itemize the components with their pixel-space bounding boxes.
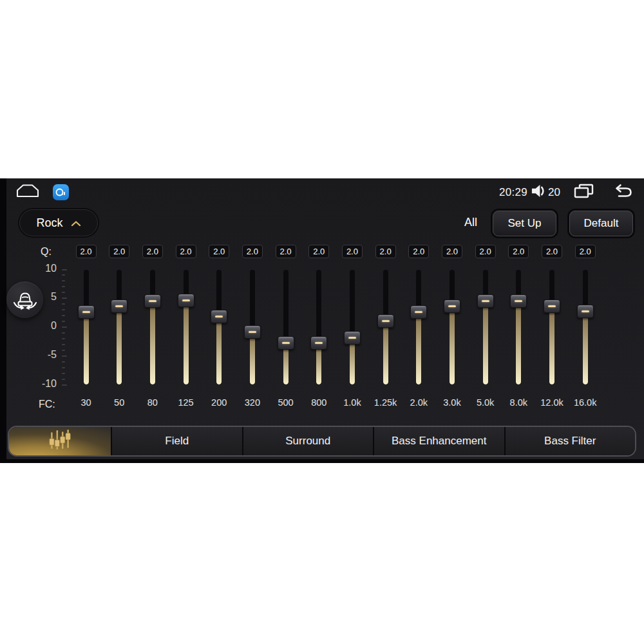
axis-tick [62, 384, 67, 386]
band-slider[interactable] [302, 265, 336, 393]
axis-label: 10 [28, 263, 57, 274]
band-slider[interactable] [169, 265, 203, 393]
recent-apps-icon[interactable] [573, 183, 594, 202]
band-slider[interactable] [369, 265, 402, 393]
preset-selector[interactable]: Rock [19, 209, 98, 236]
equalizer-sliders-icon [47, 429, 73, 454]
slider-handle[interactable] [310, 336, 327, 350]
slider-track[interactable] [283, 270, 289, 384]
slider-handle[interactable] [510, 294, 527, 308]
axis-tick [62, 379, 65, 380]
volume-level: 20 [548, 186, 560, 199]
status-bar-left [15, 183, 69, 202]
slider-handle[interactable] [144, 294, 161, 308]
q-value-box[interactable]: 2.0 [575, 245, 596, 258]
slider-track[interactable] [583, 270, 588, 384]
ai-assistant-app-icon[interactable] [53, 184, 69, 200]
axis-tick [62, 361, 65, 363]
slider-track[interactable] [516, 270, 521, 384]
q-value-box[interactable]: 2.0 [342, 245, 363, 258]
slider-handle[interactable] [577, 305, 594, 318]
slider-handle[interactable] [211, 310, 227, 323]
q-value-box[interactable]: 2.0 [242, 245, 263, 258]
slider-track-fill [583, 312, 588, 384]
band-slider[interactable] [102, 265, 136, 393]
band-slider[interactable] [202, 265, 236, 393]
slider-track[interactable] [549, 270, 554, 384]
band-slider[interactable] [136, 265, 169, 393]
slider-track[interactable] [184, 270, 189, 384]
tab-equalizer[interactable] [9, 427, 111, 455]
q-value-box[interactable]: 2.0 [408, 245, 429, 258]
tab-bass-filter[interactable]: Bass Filter [506, 427, 636, 455]
axis-tick [62, 303, 65, 305]
q-value-box[interactable]: 2.0 [508, 245, 529, 258]
slider-handle[interactable] [377, 314, 394, 328]
head-unit-display: 20:29 20 [0, 178, 644, 463]
q-value-box[interactable]: 2.0 [109, 245, 129, 258]
slider-track[interactable] [416, 270, 421, 384]
slider-track[interactable] [84, 270, 89, 384]
slider-handle[interactable] [178, 294, 194, 307]
tab-label: Surround [285, 435, 330, 448]
q-value-box[interactable]: 2.0 [76, 245, 97, 258]
sound-field-button[interactable] [6, 281, 43, 318]
fc-row: FC: 3050801252003205008001.0k1.25k2.0k3.… [0, 397, 644, 410]
tab-surround[interactable]: Surround [243, 427, 374, 455]
default-button[interactable]: Default [569, 211, 633, 236]
q-value-box[interactable]: 2.0 [142, 245, 163, 258]
slider-handle[interactable] [344, 331, 361, 345]
slider-track[interactable] [117, 270, 122, 384]
slider-handle[interactable] [410, 305, 427, 319]
q-value-box[interactable]: 2.0 [475, 245, 496, 258]
back-icon[interactable] [611, 184, 634, 202]
q-value-box[interactable]: 2.0 [542, 245, 562, 258]
slider-handle[interactable] [111, 299, 128, 313]
axis-label: -10 [28, 378, 57, 390]
slider-handle[interactable] [278, 336, 294, 350]
band-slider[interactable] [502, 265, 535, 393]
axis-tick [62, 269, 67, 270]
set-up-button[interactable]: Set Up [493, 211, 556, 236]
tab-label: Field [165, 435, 189, 448]
slider-track[interactable] [150, 270, 155, 384]
home-icon[interactable] [15, 183, 40, 202]
q-value-box[interactable]: 2.0 [276, 245, 296, 258]
fc-row-label: FC: [39, 399, 55, 410]
q-value-box[interactable]: 2.0 [176, 245, 196, 258]
slider-handle[interactable] [477, 294, 494, 308]
axis-tick [62, 344, 65, 345]
tab-field[interactable]: Field [112, 427, 242, 455]
q-value-box[interactable]: 2.0 [375, 245, 396, 258]
slider-handle[interactable] [244, 325, 261, 339]
slider-handle[interactable] [78, 305, 95, 319]
band-slider[interactable] [569, 265, 602, 393]
band-slider[interactable] [435, 265, 469, 393]
tab-bass-enhancement[interactable]: Bass Enhancement [374, 427, 504, 455]
band-slider[interactable] [269, 265, 303, 393]
slider-track[interactable] [316, 270, 321, 384]
axis-tick [62, 327, 67, 328]
band-slider[interactable] [336, 265, 369, 393]
speaker-icon[interactable] [531, 184, 545, 202]
all-button[interactable]: All [464, 216, 477, 229]
slider-handle[interactable] [444, 299, 460, 313]
band-slider[interactable] [70, 265, 103, 393]
q-value-box[interactable]: 2.0 [209, 245, 229, 258]
q-row: Q: 2.02.02.02.02.02.02.02.02.02.02.02.02… [0, 245, 644, 259]
clock: 20:29 [499, 186, 527, 199]
band-slider[interactable] [535, 265, 569, 393]
band-slider[interactable] [236, 265, 269, 393]
slider-track-fill [184, 301, 189, 384]
q-value-box[interactable]: 2.0 [442, 245, 462, 258]
page: 20:29 20 [0, 0, 644, 644]
band-slider[interactable] [402, 265, 435, 393]
q-value-box[interactable]: 2.0 [308, 245, 329, 258]
slider-track[interactable] [350, 270, 355, 384]
slider-track[interactable] [216, 270, 222, 384]
slider-track-fill [549, 307, 554, 384]
slider-track[interactable] [450, 270, 455, 384]
band-slider[interactable] [469, 265, 502, 393]
slider-track[interactable] [483, 270, 488, 384]
slider-handle[interactable] [544, 299, 560, 313]
